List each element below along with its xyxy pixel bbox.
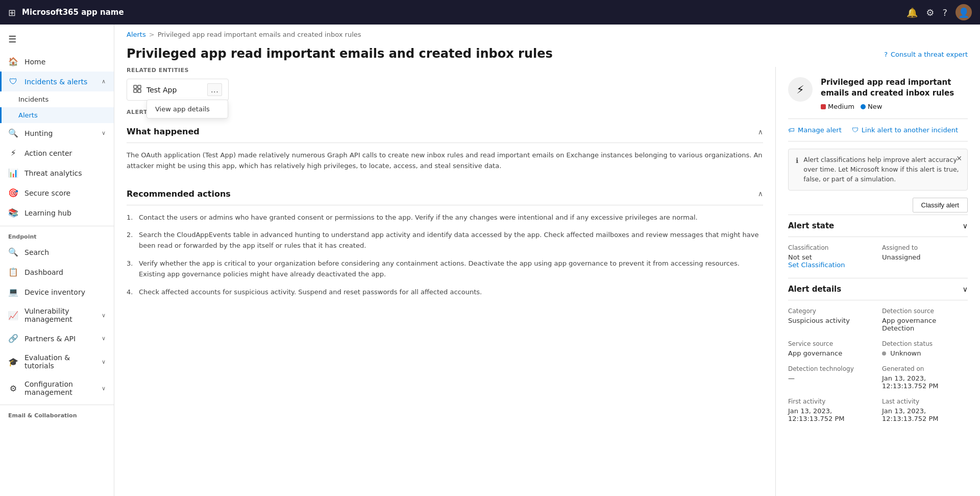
chevron-up-icon: ∧	[102, 78, 106, 85]
entity-dropdown: View app details	[146, 100, 228, 119]
status-dot	[861, 104, 866, 109]
category-value: Suspicious activity	[788, 317, 874, 324]
detection-source-label: Detection source	[882, 308, 968, 315]
last-activity-label: Last activity	[882, 398, 968, 405]
classify-alert-button[interactable]: Classify alert	[913, 198, 968, 212]
svg-rect-3	[138, 89, 141, 92]
svg-rect-2	[134, 89, 137, 92]
grid-icon[interactable]: ⊞	[8, 7, 16, 18]
alert-state-header[interactable]: Alert state ∨	[788, 215, 968, 237]
what-happened-header[interactable]: What happened ∧	[127, 121, 763, 143]
sidebar-item-evaluation[interactable]: 🎓 Evaluation & tutorials ∨	[0, 348, 114, 375]
device-inventory-icon: 💻	[8, 287, 18, 297]
entity-dots-button[interactable]: ...	[207, 83, 222, 96]
topbar-icons: 🔔 ⚙ ? 👤	[906, 4, 972, 20]
alert-badge-row: Medium New	[821, 103, 968, 110]
first-activity-label: First activity	[788, 398, 874, 405]
detection-source-value: App governance Detection	[882, 317, 968, 332]
classification-label: Classification	[788, 244, 874, 251]
sidebar-label-vulnerability: Vulnerability management	[24, 307, 95, 323]
help-icon[interactable]: ?	[942, 7, 947, 18]
home-icon: 🏠	[8, 57, 18, 66]
what-happened-title: What happened	[127, 127, 200, 136]
detection-status-label: Detection status	[882, 340, 968, 347]
sidebar-item-search[interactable]: 🔍 Search	[0, 242, 114, 262]
view-app-details-item[interactable]: View app details	[147, 100, 228, 118]
sidebar-item-partners-api[interactable]: 🔗 Partners & API ∨	[0, 328, 114, 348]
severity-badge: Medium	[821, 103, 854, 110]
app-name: Microsoft365 app name	[22, 8, 900, 17]
sidebar-label-home: Home	[24, 58, 106, 66]
service-source-cell: Service source App governance	[788, 340, 874, 357]
action-center-icon: ⚡	[8, 148, 18, 158]
sidebar-label-secure-score: Secure score	[24, 189, 106, 197]
alert-card-icon: ⚡	[788, 77, 813, 102]
collapse-up-icon-2: ∧	[758, 190, 763, 198]
category-label: Category	[788, 308, 874, 315]
collapse-up-icon: ∧	[758, 128, 763, 136]
info-banner-text: Alert classifications help improve alert…	[803, 155, 960, 184]
generated-on-label: Generated on	[882, 365, 968, 372]
link-alert-link[interactable]: 🛡 Link alert to another incident	[852, 126, 958, 134]
entity-card-test-app[interactable]: Test App ... View app details	[127, 79, 229, 101]
alert-card-header: ⚡ Privileged app read important emails a…	[788, 67, 968, 119]
svg-rect-0	[134, 85, 137, 88]
settings-icon[interactable]: ⚙	[926, 7, 934, 18]
sidebar-item-device-inventory[interactable]: 💻 Device inventory	[0, 282, 114, 302]
detection-status-cell: Detection status Unknown	[882, 340, 968, 357]
sidebar-hamburger[interactable]: ☰	[0, 29, 114, 50]
tag-icon: 🏷	[788, 126, 795, 134]
info-banner: ℹ Alert classifications help improve ale…	[788, 149, 968, 191]
sidebar-item-secure-score[interactable]: 🎯 Secure score	[0, 183, 114, 203]
detection-source-cell: Detection source App governance Detectio…	[882, 308, 968, 332]
sidebar-label-learning-hub: Learning hub	[24, 209, 106, 217]
sidebar-item-incidents[interactable]: Incidents	[0, 91, 114, 107]
sidebar-divider	[0, 226, 114, 226]
assigned-to-label: Assigned to	[882, 244, 968, 251]
sidebar-item-home[interactable]: 🏠 Home	[0, 52, 114, 72]
sidebar-label-incidents: Incidents	[18, 96, 48, 103]
consult-label: Consult a threat expert	[891, 51, 968, 58]
manage-alert-link[interactable]: 🏷 Manage alert	[788, 126, 842, 134]
entity-row: Test App ... View app details	[127, 79, 763, 101]
secure-score-icon: 🎯	[8, 188, 18, 198]
alert-story-section: ALERT STORY What happened ∧ The OAuth ap…	[127, 109, 763, 312]
consult-threat-expert-link[interactable]: ? Consult a threat expert	[884, 46, 968, 58]
sidebar-item-alerts[interactable]: Alerts	[0, 107, 114, 123]
sidebar-item-action-center[interactable]: ⚡ Action center	[0, 143, 114, 163]
service-source-value: App governance	[788, 349, 874, 357]
breadcrumb-parent-link[interactable]: Alerts	[127, 31, 146, 38]
manage-alert-label: Manage alert	[798, 126, 842, 134]
sidebar-divider-2	[0, 405, 114, 405]
service-source-label: Service source	[788, 340, 874, 347]
first-activity-value: Jan 13, 2023, 12:13:13.752 PM	[788, 407, 874, 422]
detection-tech-value: —	[788, 374, 874, 382]
vulnerability-icon: 📈	[8, 311, 18, 320]
first-activity-cell: First activity Jan 13, 2023, 12:13:13.75…	[788, 398, 874, 422]
detection-status-dot	[882, 351, 886, 356]
info-banner-close-button[interactable]: ✕	[956, 153, 962, 164]
avatar[interactable]: 👤	[955, 4, 972, 20]
sidebar-item-hunting[interactable]: 🔍 Hunting ∨	[0, 123, 114, 143]
sidebar-label-dashboard: Dashboard	[24, 268, 106, 276]
breadcrumb-separator: >	[149, 31, 155, 38]
sidebar-item-incidents-alerts[interactable]: 🛡 Incidents & alerts ∧	[0, 72, 114, 91]
classification-value: Not set	[788, 253, 874, 261]
notification-icon[interactable]: 🔔	[906, 7, 918, 18]
sidebar-item-threat-analytics[interactable]: 📊 Threat analytics	[0, 163, 114, 183]
set-classification-link[interactable]: Set Classification	[788, 261, 874, 269]
sidebar-item-vulnerability-management[interactable]: 📈 Vulnerability management ∨	[0, 302, 114, 328]
sidebar-item-configuration[interactable]: ⚙ Configuration management ∨	[0, 375, 114, 401]
sidebar-label-incidents-alerts: Incidents & alerts	[24, 78, 95, 86]
sidebar-item-learning-hub[interactable]: 📚 Learning hub	[0, 203, 114, 223]
content-area: Alerts > Privileged app read important e…	[114, 25, 980, 496]
alert-card-title: Privileged app read important emails and…	[821, 77, 968, 99]
recommended-actions-header[interactable]: Recommended actions ∧	[127, 183, 763, 205]
severity-dot	[821, 104, 826, 109]
detection-tech-label: Detection technology	[788, 365, 874, 372]
sidebar-label-configuration: Configuration management	[24, 380, 95, 396]
alert-details-header[interactable]: Alert details ∨	[788, 278, 968, 300]
alert-state-title: Alert state	[788, 221, 834, 230]
sidebar-item-dashboard[interactable]: 📋 Dashboard	[0, 262, 114, 282]
alert-card-info: Privileged app read important emails and…	[821, 77, 968, 110]
